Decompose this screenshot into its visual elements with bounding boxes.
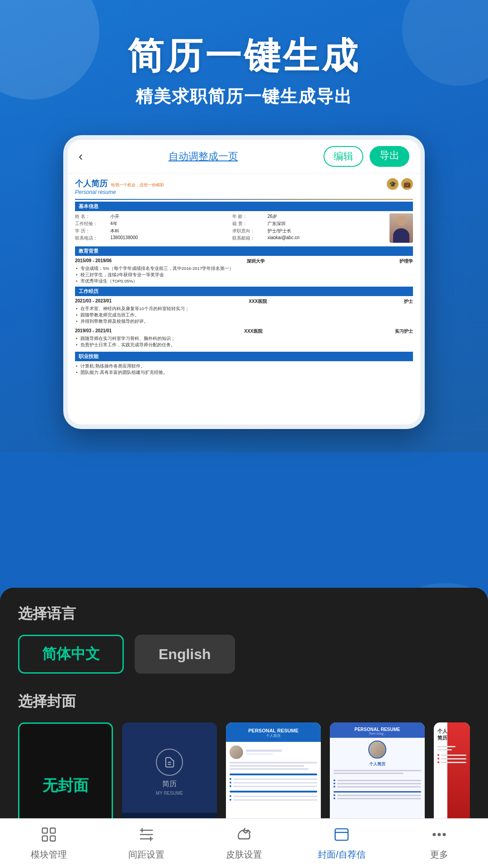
work1-bullet-2: 跟随带教老师完成当班工作。 — [75, 312, 413, 318]
resume-tagline: 给我一个机会，还您一份精彩 — [111, 182, 164, 188]
edit-button[interactable]: 编辑 — [324, 146, 363, 167]
cover-dark-icon — [156, 749, 183, 776]
lang-buttons: 简体中文 English — [18, 635, 470, 674]
skills-bullet-1: 计算机:熟练操作各类应用软件。 — [75, 363, 413, 369]
cover-light2-name: 个人简历 — [330, 761, 425, 767]
lang-btn-chinese[interactable]: 简体中文 — [18, 635, 124, 674]
edu-title: 教育背景 — [75, 246, 413, 256]
nav-item-spacing[interactable]: 间距设置 — [98, 826, 195, 861]
cover-light2-avatar — [368, 741, 386, 759]
svg-point-12 — [438, 834, 441, 836]
cover-section-title: 选择封面 — [18, 692, 470, 712]
nav-label-cover: 封面/自荐信 — [318, 849, 366, 861]
page-title: 简历一键生成 — [27, 36, 461, 76]
nav-label-more: 更多 — [430, 849, 448, 861]
more-icon — [431, 826, 448, 846]
nav-item-skin[interactable]: 皮肤设置 — [195, 826, 293, 861]
export-button[interactable]: 导出 — [370, 146, 409, 167]
resume-title-en: Personal resume — [75, 189, 387, 195]
cover-light1-title: PERSONAL RESUME — [230, 728, 316, 733]
spacing-icon — [138, 826, 155, 846]
svg-rect-1 — [50, 828, 55, 833]
nav-item-cover[interactable]: 封面/自荐信 — [293, 826, 390, 861]
bottom-nav: 模块管理 间距设置 皮肤设置 封面 — [0, 818, 488, 868]
cover-none-label: 无封面 — [42, 775, 89, 796]
edu-bullet-1: 专业成绩：5%（每个学年成绩排名专业前三，其中2016-2017学年排名第一） — [75, 266, 413, 272]
cover-light2-title: PERSONAL RESUME — [333, 727, 421, 732]
work1-bullet-3: 并得到带教导师及校领导的好评。 — [75, 319, 413, 325]
svg-point-11 — [433, 834, 436, 836]
work-title: 工作经历 — [75, 287, 413, 296]
basic-info-title: 基本信息 — [75, 202, 413, 211]
nav-label-skin: 皮肤设置 — [226, 849, 262, 861]
lang-section-title: 选择语言 — [18, 604, 470, 624]
cover-light2-subtitle: Teen song... — [333, 732, 421, 735]
auto-adjust-link[interactable]: 自动调整成一页 — [169, 150, 238, 163]
resume-divider — [75, 199, 413, 200]
cover-dark-title: 简历 — [162, 779, 177, 789]
edu-bullet-2: 校三好学生，连续2年获得专业一等奖学金 — [75, 272, 413, 278]
skills-title: 职业技能 — [75, 352, 413, 361]
skills-bullet-2: 团队能力:具有丰富的团队组建与扩充经验。 — [75, 370, 413, 376]
cover-icon — [333, 826, 350, 846]
resume-photo — [389, 213, 413, 243]
svg-rect-0 — [42, 828, 47, 833]
page-subtitle: 精美求职简历一键生成导出 — [27, 85, 461, 108]
work1-bullet-1: 在手术室、神经内科及康复等10个月的科室轮转实习； — [75, 306, 413, 312]
nav-item-module[interactable]: 模块管理 — [0, 826, 98, 861]
phone-frame: ‹ 自动调整成一页 编辑 导出 个人简历 给我一个机会，还您一份精彩 Perso… — [63, 135, 425, 429]
header: 简历一键生成 精美求职简历一键生成导出 — [0, 0, 488, 122]
nav-label-spacing: 间距设置 — [128, 849, 164, 861]
edu-bullet-3: 市优秀毕业生（TOP0.05%） — [75, 278, 413, 284]
action-buttons: 编辑 导出 — [324, 146, 409, 167]
work2-bullet-1: 跟随导师在实习科室学习骨科、脑外科的知识； — [75, 336, 413, 342]
module-icon — [40, 826, 57, 846]
svg-rect-2 — [42, 836, 47, 841]
resume-preview: 个人简历 给我一个机会，还您一份精彩 Personal resume 🎓 💼 基… — [68, 174, 420, 425]
back-button[interactable]: ‹ — [79, 149, 83, 164]
skin-icon — [235, 826, 253, 846]
cover-light1-subtitle: 个人简历 — [230, 733, 316, 738]
lang-btn-english[interactable]: English — [135, 635, 235, 674]
cover-red-title: 个人简历 — [437, 728, 466, 741]
svg-rect-9 — [335, 829, 348, 840]
resume-icons: 🎓 💼 — [387, 178, 413, 190]
svg-point-13 — [443, 834, 446, 836]
nav-label-module: 模块管理 — [31, 849, 67, 861]
phone-mockup: ‹ 自动调整成一页 编辑 导出 个人简历 给我一个机会，还您一份精彩 Perso… — [63, 135, 425, 429]
resume-icon-2: 💼 — [401, 178, 413, 190]
phone-inner: ‹ 自动调整成一页 编辑 导出 个人简历 给我一个机会，还您一份精彩 Perso… — [68, 140, 420, 425]
svg-rect-3 — [50, 836, 55, 841]
resume-icon-1: 🎓 — [387, 178, 399, 190]
nav-item-more[interactable]: 更多 — [390, 826, 488, 861]
cover-dark-subtitle: MY RESUME — [156, 791, 183, 796]
resume-main-title: 个人简历 — [75, 178, 108, 189]
cover-light1-avatar — [230, 745, 243, 759]
work2-bullet-2: 负责护士日常工作，实践完成导师分配的任务。 — [75, 342, 413, 348]
phone-topbar: ‹ 自动调整成一页 编辑 导出 — [68, 140, 420, 174]
